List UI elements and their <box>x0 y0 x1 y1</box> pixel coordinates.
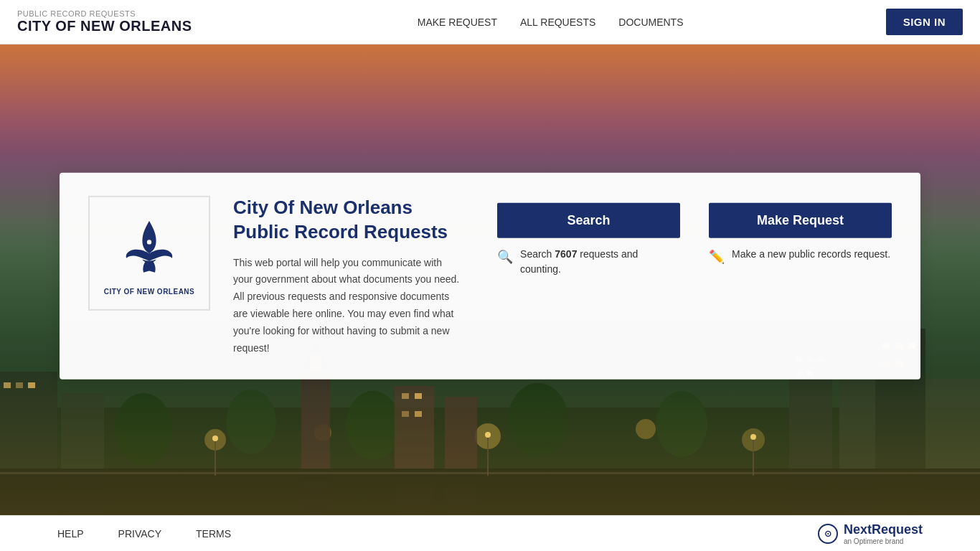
search-description: 🔍 Search 7607 requests and counting. <box>497 247 680 277</box>
header: PUBLIC RECORD REQUESTS CITY OF NEW ORLEA… <box>0 0 980 44</box>
nav-documents[interactable]: DOCUMENTS <box>618 17 683 28</box>
make-request-description: ✏️ Make a new public records request. <box>709 247 892 267</box>
footer-help-link[interactable]: HELP <box>57 528 84 540</box>
brand-sub: an Optimere brand <box>844 537 923 545</box>
brand-name: NextRequest <box>844 522 923 537</box>
main-card: CITY OF NEW ORLEANS City Of New Orleans … <box>60 173 920 380</box>
footer-brand-info: NextRequest an Optimere brand <box>844 522 923 545</box>
nav-all-requests[interactable]: ALL REQUESTS <box>520 17 595 28</box>
portal-title: City Of New Orleans Public Record Reques… <box>233 196 460 245</box>
portal-title-line1: City Of New Orleans <box>233 197 413 218</box>
main-nav: MAKE REQUEST ALL REQUESTS DOCUMENTS <box>418 17 684 28</box>
header-center: MAKE REQUEST ALL REQUESTS DOCUMENTS <box>395 17 684 28</box>
footer-links: HELP PRIVACY TERMS <box>57 528 231 540</box>
portal-description: This web portal will help you communicat… <box>233 254 460 357</box>
header-branding: PUBLIC RECORD REQUESTS CITY OF NEW ORLEA… <box>17 9 192 34</box>
make-request-button[interactable]: Make Request <box>709 203 892 238</box>
hero-section: CITY OF NEW ORLEANS City Of New Orleans … <box>0 44 980 551</box>
card-content: City Of New Orleans Public Record Reques… <box>233 196 474 357</box>
footer-privacy-link[interactable]: PRIVACY <box>118 528 161 540</box>
search-icon: 🔍 <box>497 248 513 267</box>
logo-section: CITY OF NEW ORLEANS <box>88 196 210 311</box>
fleur-de-lis-icon <box>121 217 178 281</box>
search-count: 7607 <box>555 248 577 260</box>
footer-terms-link[interactable]: TERMS <box>196 528 231 540</box>
search-description-text: Search 7607 requests and counting. <box>520 247 680 277</box>
actions-section: Search 🔍 Search 7607 requests and counti… <box>497 196 892 277</box>
search-button[interactable]: Search <box>497 203 680 238</box>
search-action-block: Search 🔍 Search 7607 requests and counti… <box>497 203 680 277</box>
header-title: CITY OF NEW ORLEANS <box>17 18 192 34</box>
nextrequest-icon: ⊙ <box>818 524 838 544</box>
make-request-description-text: Make a new public records request. <box>732 247 890 262</box>
logo-label: CITY OF NEW ORLEANS <box>104 287 195 295</box>
sign-in-button[interactable]: SIGN IN <box>886 9 963 35</box>
portal-title-line2: Public Record Requests <box>233 221 448 242</box>
svg-point-48 <box>147 240 151 244</box>
footer-brand: ⊙ NextRequest an Optimere brand <box>818 522 923 545</box>
search-prefix: Search <box>520 248 555 260</box>
make-request-action-block: Make Request ✏️ Make a new public record… <box>709 203 892 267</box>
footer: HELP PRIVACY TERMS ⊙ NextRequest an Opti… <box>0 515 980 551</box>
edit-icon: ✏️ <box>709 248 725 267</box>
nav-make-request[interactable]: MAKE REQUEST <box>418 17 497 28</box>
header-subtitle: PUBLIC RECORD REQUESTS <box>17 9 192 18</box>
